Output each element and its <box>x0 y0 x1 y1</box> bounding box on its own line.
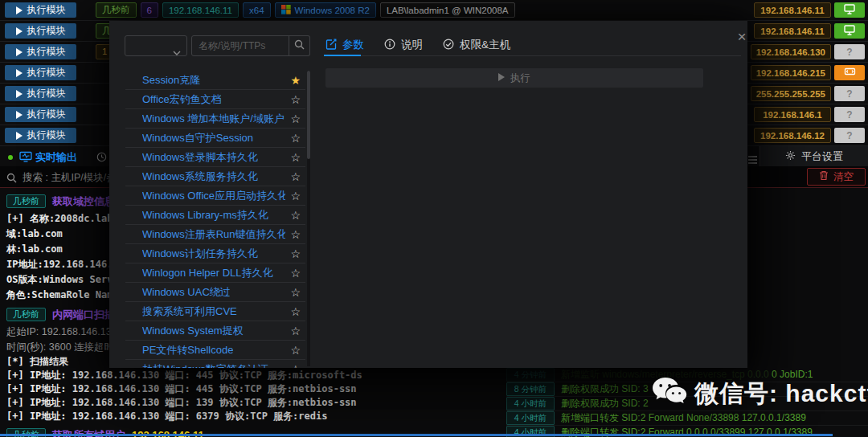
play-icon <box>16 27 23 35</box>
info-icon <box>384 39 395 52</box>
tab-permissions-hosts[interactable]: 权限&主机 <box>443 38 510 52</box>
host-status-button[interactable]: ? <box>834 107 865 122</box>
module-list-item[interactable]: Office宏钓鱼文档☆ <box>125 90 305 109</box>
module-name: Office宏钓鱼文档 <box>142 92 222 107</box>
session-row: 执行模块几秒前6192.168.146.11x64Windows 2008 R2… <box>0 0 868 21</box>
star-icon[interactable]: ☆ <box>290 248 301 259</box>
host-status-button[interactable]: ? <box>834 44 865 59</box>
module-name: 搜索系统可利用CVE <box>142 304 237 319</box>
star-icon[interactable]: ☆ <box>290 345 301 356</box>
module-name: Windows注册表Run键值持久化 <box>142 227 285 242</box>
question-icon: ? <box>846 109 852 120</box>
star-icon[interactable]: ☆ <box>290 152 301 163</box>
module-list-item[interactable]: Windows Office应用启动持久化☆ <box>125 186 305 206</box>
host-cell: 192.168.146.11 <box>754 23 865 39</box>
module-dialog: Session克隆★Office宏钓鱼文档☆Windows 增加本地账户/域账户… <box>109 21 747 368</box>
module-list-scrollbar[interactable] <box>307 71 310 366</box>
host-cell: 192.168.146.130? <box>751 44 865 59</box>
operation-text: 删除权限成功 SID: 3 <box>561 382 649 396</box>
platform-settings-label: 平台设置 <box>801 149 843 164</box>
star-icon[interactable]: ☆ <box>290 325 301 337</box>
question-icon: ? <box>846 130 852 141</box>
menu-icon[interactable] <box>748 153 757 167</box>
execute-module-button[interactable]: 执行模块 <box>5 107 76 122</box>
module-list-item[interactable]: Windows系统服务持久化☆ <box>125 167 305 186</box>
star-icon[interactable]: ☆ <box>290 364 301 369</box>
module-list-item[interactable]: Windows UAC绕过☆ <box>125 283 305 302</box>
module-list-item[interactable]: Windows登录脚本持久化☆ <box>125 148 305 167</box>
host-cell: 192.168.146.11 <box>754 2 865 18</box>
host-status-button[interactable] <box>834 65 865 80</box>
execute-module-button[interactable]: 执行模块 <box>5 23 76 39</box>
arch-badge: x64 <box>243 2 271 18</box>
star-icon[interactable]: ☆ <box>290 306 301 317</box>
switch-icon <box>844 67 856 79</box>
module-list-item[interactable]: Windows注册表Run键值持久化☆ <box>125 225 305 244</box>
tab-realtime-output[interactable]: 实时输出 <box>35 150 77 165</box>
star-filled-icon[interactable]: ★ <box>290 75 301 86</box>
star-icon[interactable]: ☆ <box>290 210 301 221</box>
module-search-button[interactable] <box>289 35 310 56</box>
clear-label: 清空 <box>833 170 854 184</box>
clear-log-button[interactable]: 清空 <box>807 168 866 186</box>
question-icon: ? <box>846 47 852 58</box>
close-icon[interactable]: × <box>732 27 751 47</box>
module-list-item[interactable]: Windows计划任务持久化☆ <box>125 244 305 263</box>
star-icon[interactable]: ☆ <box>290 94 301 105</box>
module-list-item[interactable]: PE文件转Shellcode☆ <box>125 341 305 360</box>
star-icon[interactable]: ☆ <box>290 171 301 182</box>
host-status-button[interactable]: ? <box>834 86 865 101</box>
star-icon[interactable]: ☆ <box>290 133 301 144</box>
module-list-item[interactable]: Windows自守护Session☆ <box>125 129 305 148</box>
operation-text: 删除权限成功 SID: 2 <box>561 397 649 410</box>
tab-parameters[interactable]: 参数 <box>326 38 364 52</box>
module-name: Session克隆 <box>142 73 200 88</box>
module-list-item[interactable]: Windows Library-ms持久化☆ <box>125 206 305 225</box>
host-cell: 192.168.146.215 <box>751 65 865 80</box>
platform-settings-button[interactable]: 平台设置 <box>760 146 868 166</box>
log-time-badge: 几秒前 <box>6 194 46 208</box>
log-task-title: 内网端口扫描 <box>52 308 115 322</box>
star-icon[interactable]: ☆ <box>290 268 301 279</box>
play-icon <box>16 111 23 119</box>
play-icon <box>16 48 23 56</box>
time-badge: 几秒前 <box>96 2 137 18</box>
host-ip-badge: 192.168.146.1 <box>754 107 831 122</box>
execute-button[interactable]: 执行 <box>326 68 703 88</box>
app-root: 执行模块几秒前6192.168.146.11x64Windows 2008 R2… <box>0 0 868 437</box>
host-status-button[interactable]: ? <box>834 128 865 143</box>
star-icon[interactable]: ☆ <box>290 287 301 298</box>
star-icon[interactable]: ☆ <box>290 190 301 202</box>
history-clock-icon[interactable] <box>96 151 107 165</box>
search-icon <box>294 39 305 52</box>
host-ip-badge: 192.168.146.11 <box>754 2 831 18</box>
module-list-item[interactable]: 劫持Windows数字签名认证☆ <box>125 360 305 368</box>
play-icon <box>16 132 23 140</box>
execute-module-button[interactable]: 执行模块 <box>5 65 76 80</box>
module-list-item[interactable]: Windows 增加本地账户/域账户☆ <box>125 109 305 129</box>
module-list-item[interactable]: Winlogon Helper DLL持久化☆ <box>125 263 305 283</box>
star-icon[interactable]: ☆ <box>290 113 301 125</box>
module-list-item[interactable]: Windows System提权☆ <box>125 321 305 341</box>
chevron-down-icon <box>173 44 181 59</box>
execute-module-button[interactable]: 执行模块 <box>5 86 76 101</box>
execute-module-button[interactable]: 执行模块 <box>5 2 76 18</box>
count-badge: 6 <box>141 2 158 18</box>
horizontal-scrollbar[interactable] <box>0 434 833 436</box>
operation-time-badge: 4 分钟前 <box>506 368 555 382</box>
module-search-input[interactable] <box>191 35 289 56</box>
execute-module-button[interactable]: 执行模块 <box>5 44 76 59</box>
execute-module-button[interactable]: 执行模块 <box>5 128 76 143</box>
module-list-item[interactable]: 搜索系统可利用CVE☆ <box>125 302 305 321</box>
wechat-icon <box>651 376 688 411</box>
module-list-item[interactable]: Session克隆★ <box>125 71 305 90</box>
host-status-button[interactable] <box>834 23 865 39</box>
host-ip-badge: 255.255.255.255 <box>751 86 831 101</box>
tab-description[interactable]: 说明 <box>384 38 423 52</box>
log-line: [+] IP地址: 192.168.146.130 端口: 139 协议:TCP… <box>6 396 505 410</box>
star-icon[interactable]: ☆ <box>290 229 301 240</box>
edit-icon <box>326 39 337 52</box>
module-type-select[interactable] <box>125 35 187 56</box>
host-status-button[interactable] <box>834 2 865 18</box>
execute-module-label: 执行模块 <box>27 66 66 80</box>
